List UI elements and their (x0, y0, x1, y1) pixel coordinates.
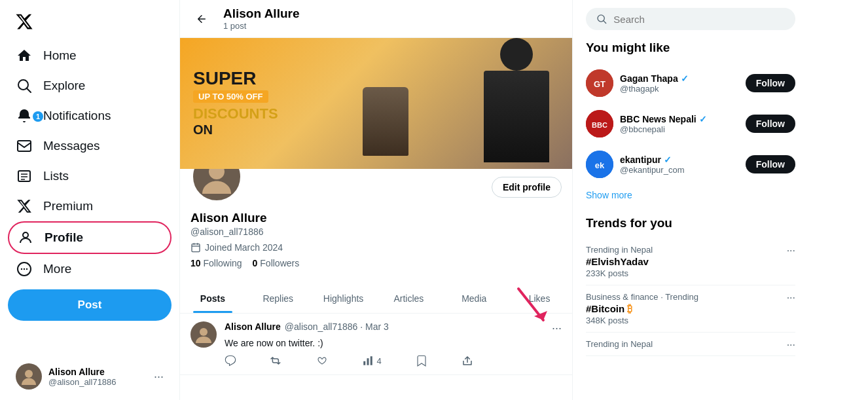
search-bar[interactable] (586, 8, 795, 30)
reply-action[interactable] (225, 355, 236, 367)
sidebar-item-notifications[interactable]: 1 Notifications (8, 101, 172, 131)
tab-posts[interactable]: Posts (180, 284, 245, 313)
sidebar-item-profile[interactable]: Profile (8, 221, 172, 254)
profile-name: Alison Allure (190, 211, 562, 225)
profile-header-bar: Alison Allure 1 post (180, 0, 572, 38)
trend-item-bitcoin: Business & finance · Trending #Bitcoin ₿… (586, 285, 795, 333)
followers-stat: 0 Followers (253, 258, 300, 268)
sidebar-item-label-home: Home (43, 48, 77, 63)
sidebar-item-label-more: More (43, 262, 71, 276)
verified-badge-bbc: ✓ (699, 114, 707, 124)
sidebar-item-label-lists: Lists (43, 169, 69, 183)
sidebar-item-more[interactable]: More (8, 254, 172, 284)
follow-card-bbc: BBC BBC News Nepali ✓ @bbcnepali Follow (586, 103, 795, 144)
like-action[interactable] (316, 355, 328, 367)
follow-button-ekantipur[interactable]: Follow (746, 155, 795, 173)
tab-highlights[interactable]: Highlights (311, 284, 376, 313)
follow-avatar-bbc: BBC (586, 110, 613, 137)
more-icon (16, 261, 33, 278)
follow-card-gagan: GT Gagan Thapa ✓ @thagapk Follow (586, 63, 795, 103)
banner-content: SUPER UP TO 50% OFF DISCOUNTS ON (180, 38, 572, 169)
sidebar-item-lists[interactable]: Lists (8, 161, 172, 191)
tweet-meta: Alison Allure @alison_all71886 · Mar 3 (225, 321, 389, 332)
follow-name-bbc: BBC News Nepali ✓ (620, 114, 739, 124)
sidebar-item-label-profile: Profile (45, 230, 83, 245)
svg-point-11 (26, 268, 27, 270)
verified-badge: ✓ (681, 73, 689, 84)
analytics-count: 4 (376, 356, 381, 366)
notification-badge: 1 (33, 111, 43, 122)
user-more-dots[interactable]: ··· (154, 370, 164, 384)
trend-more-nepal[interactable]: ··· (787, 339, 795, 351)
trends-title: Trends for you (586, 216, 795, 230)
follow-button-bbc[interactable]: Follow (746, 115, 795, 133)
tweet-content: Alison Allure @alison_all71886 · Mar 3 ·… (225, 321, 562, 367)
sidebar-item-messages[interactable]: Messages (8, 131, 172, 161)
svg-point-9 (21, 268, 22, 270)
sidebar-item-label-messages: Messages (43, 139, 100, 153)
list-icon (16, 168, 33, 185)
show-more-link[interactable]: Show more (586, 185, 795, 206)
main-content: Alison Allure 1 post SUPER UP TO 50% OFF… (180, 0, 573, 400)
trend-item-elvish: Trending in Nepal #ElvishYadav 233K post… (586, 238, 795, 285)
back-button[interactable] (190, 8, 213, 30)
search-input[interactable] (613, 14, 785, 25)
follow-name-ekantipur: ekantipur ✓ (620, 155, 739, 165)
following-label: Following (203, 258, 242, 268)
profile-handle: @alison_all71886 (190, 227, 562, 237)
tweet-more-button[interactable]: ··· (552, 321, 562, 335)
tab-likes[interactable]: Likes (507, 284, 572, 313)
person-body (484, 71, 549, 162)
retweet-action[interactable] (270, 355, 282, 367)
follow-handle-gagan: @thagapk (620, 84, 739, 94)
bookmark-action[interactable] (416, 355, 427, 367)
analytics-icon (362, 355, 374, 367)
trend-meta-nepal: Trending in Nepal (586, 339, 795, 349)
tweet-actions: 4 (225, 355, 473, 367)
sidebar-item-premium[interactable]: Premium (8, 191, 172, 221)
follow-button-gagan[interactable]: Follow (746, 74, 795, 92)
banner-jacket (363, 51, 415, 156)
x-logo[interactable] (8, 5, 41, 38)
svg-line-1 (27, 88, 31, 93)
svg-point-7 (23, 232, 28, 238)
tab-replies[interactable]: Replies (245, 284, 311, 313)
avatar-row: Edit profile (190, 177, 562, 203)
sidebar-user-info: Alison Allure @alison_all71886 (48, 367, 147, 387)
follow-info-ekantipur: ekantipur ✓ @ekantipur_com (620, 155, 739, 175)
trend-more-elvish[interactable]: ··· (787, 245, 795, 257)
share-action[interactable] (461, 355, 473, 367)
reply-icon (225, 355, 236, 367)
trend-meta-bitcoin: Business & finance · Trending (586, 292, 795, 302)
post-button[interactable]: Post (8, 289, 172, 321)
right-sidebar: You might like GT Gagan Thapa ✓ @thagapk… (573, 0, 808, 400)
trend-more-bitcoin[interactable]: ··· (787, 292, 795, 304)
svg-point-18 (200, 328, 208, 336)
edit-profile-button[interactable]: Edit profile (492, 177, 562, 198)
you-might-like-title: You might like (586, 41, 795, 55)
banner-text-block: SUPER UP TO 50% OFF DISCOUNTS ON (193, 69, 278, 137)
banner-super-text: SUPER (193, 69, 278, 88)
tab-media[interactable]: Media (441, 284, 507, 313)
tweet-author: Alison Allure (225, 321, 281, 332)
avatar (16, 363, 42, 390)
sidebar-item-explore[interactable]: Explore (8, 71, 172, 101)
sidebar-user[interactable]: Alison Allure @alison_all71886 ··· (8, 358, 172, 395)
tweet-text: We are now on twitter. :) (225, 338, 562, 348)
analytics-action[interactable]: 4 (362, 355, 381, 367)
joined-text: Joined March 2024 (205, 242, 283, 253)
tab-articles[interactable]: Articles (376, 284, 441, 313)
profile-banner: SUPER UP TO 50% OFF DISCOUNTS ON (180, 38, 572, 169)
bitcoin-icon: ₿ (627, 303, 632, 314)
calendar-icon (190, 242, 201, 253)
follow-card-ekantipur: ek ekantipur ✓ @ekantipur_com Follow (586, 144, 795, 185)
sidebar-item-home[interactable]: Home (8, 41, 172, 71)
mail-icon (16, 137, 33, 155)
bell-icon: 1 (16, 107, 33, 124)
following-stat: 10 Following (190, 258, 242, 268)
follow-handle-bbc: @bbcnepali (620, 124, 739, 134)
person-head (500, 38, 533, 71)
sidebar-user-name: Alison Allure (48, 367, 147, 377)
profile-joined: Joined March 2024 (190, 242, 562, 253)
svg-text:BBC: BBC (592, 121, 607, 129)
